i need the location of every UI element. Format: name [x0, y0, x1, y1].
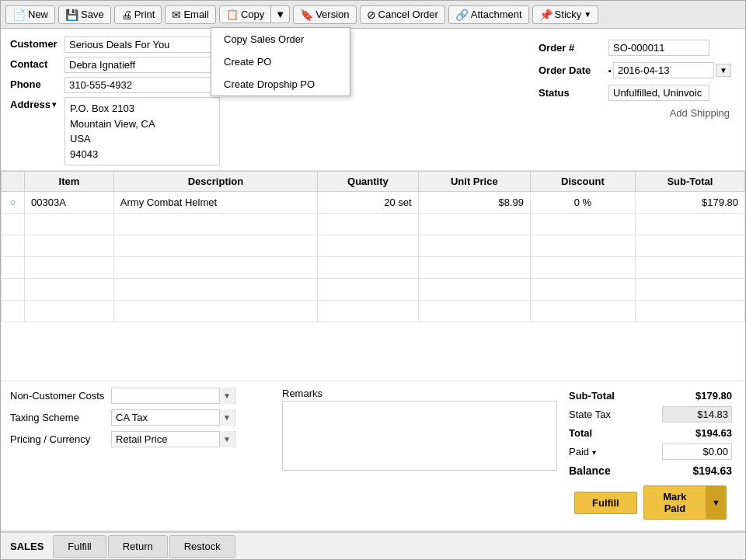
attachment-icon: 🔗 — [455, 9, 469, 21]
subtotal-row: Sub-Total $179.80 — [565, 388, 736, 404]
contact-input[interactable] — [64, 57, 220, 73]
mark-paid-dropdown-arrow[interactable]: ▼ — [706, 485, 727, 520]
footer-tab-fulfill[interactable]: Fulfill — [53, 535, 106, 558]
state-tax-row: State Tax — [565, 404, 736, 425]
order-number-input[interactable] — [608, 40, 709, 56]
order-date-cell: ▪ ▼ — [604, 59, 736, 82]
state-tax-label: State Tax — [565, 404, 635, 425]
row-description[interactable]: Army Combat Helmet — [113, 192, 317, 214]
mark-paid-button[interactable]: Mark Paid — [643, 485, 706, 520]
save-label: Save — [81, 9, 104, 20]
balance-row: Balance $194.63 — [565, 462, 736, 479]
paid-dropdown-arrow[interactable]: ▾ — [592, 448, 596, 457]
row-discount[interactable]: 0 % — [530, 192, 635, 214]
paid-cell — [635, 441, 736, 462]
sticky-arrow[interactable]: ▼ — [584, 10, 591, 19]
table-row[interactable] — [2, 214, 745, 235]
col-header-description: Description — [113, 172, 317, 192]
taxing-scheme-select[interactable]: CA Tax — [111, 409, 235, 426]
pricing-currency-row: Pricing / Currency Retail Price ▼ — [10, 431, 274, 447]
email-label: Email — [183, 9, 209, 20]
items-header-row: Item Description Quantity Unit Price Dis… — [2, 172, 745, 192]
taxing-scheme-label: Taxing Scheme — [10, 412, 111, 423]
add-shipping-link[interactable]: Add Shipping — [670, 107, 730, 119]
save-button[interactable]: 💾 Save — [58, 5, 111, 24]
create-dropship-po-item[interactable]: Create Dropship PO — [211, 73, 350, 96]
row-unit-price[interactable]: $8.99 — [418, 192, 530, 214]
subtotal-label: Sub-Total — [565, 388, 635, 404]
attachment-label: Attachment — [471, 9, 522, 20]
order-date-input[interactable] — [613, 62, 714, 78]
paid-input[interactable] — [662, 443, 732, 460]
address-box[interactable]: P.O. Box 2103 Mountain View, CA USA 9404… — [64, 97, 220, 165]
copy-button-group[interactable]: 📋 Copy ▼ — [219, 5, 290, 23]
copy-main[interactable]: 📋 Copy — [220, 6, 271, 23]
version-icon: 🔖 — [300, 9, 313, 21]
non-customer-costs-select[interactable] — [111, 388, 235, 404]
new-button[interactable]: 📄 New — [5, 5, 55, 24]
col-header-unit-price: Unit Price — [418, 172, 530, 192]
date-dropdown-arrow[interactable]: ▼ — [716, 64, 731, 77]
sticky-label: Sticky — [555, 9, 582, 20]
row-subtotal[interactable]: $179.80 — [635, 192, 744, 214]
table-row[interactable] — [2, 235, 745, 257]
table-row[interactable] — [2, 257, 745, 279]
row-quantity[interactable]: 20 set — [318, 192, 419, 214]
sticky-button[interactable]: 📌 Sticky ▼ — [532, 5, 599, 24]
print-icon: 🖨 — [121, 9, 132, 21]
remarks-textarea[interactable] — [282, 401, 557, 471]
col-header-item: Item — [25, 172, 114, 192]
non-customer-costs-label: Non-Customer Costs — [10, 390, 111, 402]
fulfill-button[interactable]: Fulfill — [574, 492, 637, 514]
bottom-left: Non-Customer Costs ▼ Taxing Scheme CA Ta… — [10, 388, 274, 453]
taxing-scheme-row: Taxing Scheme CA Tax ▼ — [10, 409, 274, 426]
non-customer-costs-row: Non-Customer Costs ▼ — [10, 388, 274, 404]
copy-icon: 📋 — [226, 9, 239, 20]
pricing-currency-wrapper: Retail Price ▼ — [111, 431, 235, 447]
items-table: Item Description Quantity Unit Price Dis… — [1, 171, 745, 322]
copy-sales-order-item[interactable]: Copy Sales Order — [211, 28, 350, 50]
phone-input[interactable] — [64, 77, 220, 93]
remarks-area: Remarks — [282, 388, 557, 471]
footer-tab-restock[interactable]: Restock — [169, 535, 235, 558]
form-right: Order # Order Date ▪ ▼ — [534, 37, 736, 165]
table-row[interactable] — [2, 301, 745, 322]
version-label: Version — [315, 9, 349, 20]
email-icon: ✉ — [172, 9, 181, 21]
toolbar: 📄 New 💾 Save 🖨 Print ✉ Email 📋 Copy ▼ 🔖 … — [1, 1, 745, 29]
status-row: Status Unfulfilled, Uninvoic — [534, 82, 736, 104]
sticky-icon: 📌 — [539, 9, 553, 21]
bottom-area: Non-Customer Costs ▼ Taxing Scheme CA Ta… — [1, 381, 745, 531]
print-button[interactable]: 🖨 Print — [114, 5, 162, 24]
row-item[interactable]: 00303A — [25, 192, 114, 214]
email-button[interactable]: ✉ Email — [165, 5, 216, 24]
address-line-3: USA — [70, 131, 214, 147]
version-button[interactable]: 🔖 Version — [293, 5, 356, 24]
table-row[interactable]: ○ 00303A Army Combat Helmet 20 set $8.99… — [2, 192, 745, 214]
totals-table: Sub-Total $179.80 State Tax Total $194.6… — [565, 388, 736, 479]
form-area: Customer ▼ Contact ▼ Phone — [1, 29, 745, 171]
paid-label: Paid ▾ — [565, 441, 635, 462]
cancel-order-button[interactable]: ⊘ Cancel Order — [360, 5, 445, 24]
address-label-text: Address — [10, 99, 51, 110]
subtotal-value: $179.80 — [635, 388, 736, 404]
create-po-item[interactable]: Create PO — [211, 50, 350, 73]
copy-dropdown-arrow[interactable]: ▼ — [271, 6, 289, 23]
status-cell: Unfulfilled, Uninvoic — [604, 82, 736, 104]
customer-input[interactable] — [64, 37, 220, 53]
col-header-discount: Discount — [530, 172, 635, 192]
paid-row: Paid ▾ — [565, 441, 736, 462]
total-row: Total $194.63 — [565, 425, 736, 441]
order-info-table: Order # Order Date ▪ ▼ — [534, 37, 736, 104]
balance-value: $194.63 — [635, 462, 736, 479]
attachment-button[interactable]: 🔗 Attachment — [448, 5, 529, 24]
address-line-2: Mountain View, CA — [70, 117, 214, 132]
pricing-currency-select[interactable]: Retail Price — [111, 431, 235, 447]
non-customer-costs-wrapper: ▼ — [111, 388, 235, 404]
table-row[interactable] — [2, 279, 745, 301]
add-shipping: Add Shipping — [534, 104, 736, 119]
address-expand-arrow[interactable]: ▾ — [52, 100, 56, 109]
footer-tab-return[interactable]: Return — [108, 535, 168, 558]
totals-area: Sub-Total $179.80 State Tax Total $194.6… — [565, 388, 736, 524]
state-tax-input[interactable] — [662, 406, 732, 423]
